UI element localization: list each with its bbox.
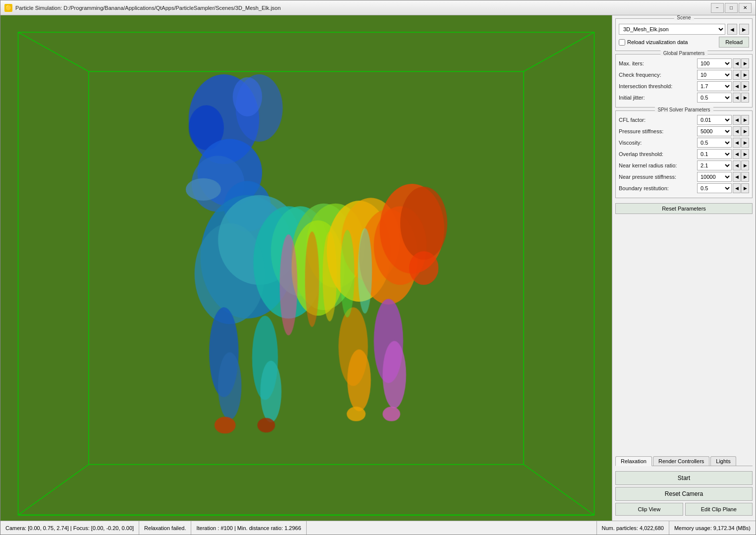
global-param-row-0: Max. iters: 100 ◀ ▶ bbox=[619, 58, 749, 68]
sph-param-next-6[interactable]: ▶ bbox=[741, 183, 749, 193]
sph-param-select-6[interactable]: 0.5 bbox=[697, 183, 732, 193]
tab-relaxation[interactable]: Relaxation bbox=[615, 456, 652, 466]
svg-point-32 bbox=[260, 361, 281, 423]
sph-param-prev-0[interactable]: ◀ bbox=[733, 115, 741, 125]
clip-view-button[interactable]: Clip View bbox=[615, 503, 683, 516]
svg-point-43 bbox=[280, 234, 298, 335]
tab-lights[interactable]: Lights bbox=[710, 456, 736, 466]
sph-param-nav-3: ◀ ▶ bbox=[733, 149, 749, 159]
svg-point-34 bbox=[347, 349, 371, 411]
global-param-select-1[interactable]: 10 bbox=[697, 70, 732, 80]
global-param-prev-0[interactable]: ◀ bbox=[733, 58, 741, 68]
global-param-select-3[interactable]: 0.5 bbox=[697, 93, 732, 103]
sph-param-prev-6[interactable]: ◀ bbox=[733, 183, 741, 193]
global-param-prev-2[interactable]: ◀ bbox=[733, 81, 741, 91]
sph-param-select-1[interactable]: 5000 bbox=[697, 126, 732, 136]
sph-param-nav-0: ◀ ▶ bbox=[733, 115, 749, 125]
svg-point-41 bbox=[409, 251, 438, 285]
sph-param-prev-3[interactable]: ◀ bbox=[733, 149, 741, 159]
global-params-title: Global Parameters bbox=[660, 51, 707, 56]
sph-param-label-3: Overlap threshold: bbox=[619, 151, 697, 157]
sph-param-prev-4[interactable]: ◀ bbox=[733, 160, 741, 170]
perspective-box bbox=[0, 15, 612, 521]
global-param-select-2[interactable]: 1.7 bbox=[697, 81, 732, 91]
sph-param-next-1[interactable]: ▶ bbox=[741, 126, 749, 136]
right-panel: Scene 3D_Mesh_Elk.json ◀ ▶ Reload vizual… bbox=[612, 15, 756, 521]
sph-param-next-5[interactable]: ▶ bbox=[741, 172, 749, 182]
status-spacer bbox=[307, 521, 597, 535]
scene-prev-button[interactable]: ◀ bbox=[727, 24, 737, 35]
sph-param-row-1: Pressure stiffness: 5000 ◀ ▶ bbox=[619, 126, 749, 136]
tab-render-controllers[interactable]: Render Controllers bbox=[653, 456, 709, 466]
bottom-actions: Start Reset Camera Clip View Edit Clip P… bbox=[615, 469, 753, 518]
sph-params-title: SPH Solver Parameters bbox=[654, 107, 713, 112]
sph-param-row-6: Boundary restitution: 0.5 ◀ ▶ bbox=[619, 183, 749, 193]
svg-point-40 bbox=[382, 407, 400, 421]
sph-param-prev-1[interactable]: ◀ bbox=[733, 126, 741, 136]
sph-param-label-6: Boundary restitution: bbox=[619, 185, 697, 191]
sph-param-select-5[interactable]: 10000 bbox=[697, 172, 732, 182]
sph-param-nav-5: ◀ ▶ bbox=[733, 172, 749, 182]
svg-point-46 bbox=[340, 230, 354, 318]
sph-param-select-0[interactable]: 0.01 bbox=[697, 115, 732, 125]
svg-point-45 bbox=[323, 231, 336, 321]
global-param-prev-1[interactable]: ◀ bbox=[733, 70, 741, 80]
scene-select-row: 3D_Mesh_Elk.json ◀ ▶ bbox=[619, 24, 749, 35]
sph-param-select-2[interactable]: 0.5 bbox=[697, 138, 732, 148]
svg-point-39 bbox=[347, 407, 366, 421]
svg-line-4 bbox=[18, 465, 89, 515]
global-param-row-2: Intersection threshold: 1.7 ◀ ▶ bbox=[619, 81, 749, 91]
global-param-select-0[interactable]: 100 bbox=[697, 58, 732, 68]
reset-camera-button[interactable]: Reset Camera bbox=[615, 487, 753, 501]
app-icon: 🟡 bbox=[4, 4, 12, 12]
reset-params-button[interactable]: Reset Parameters bbox=[615, 203, 753, 214]
sph-param-row-0: CFL factor: 0.01 ◀ ▶ bbox=[619, 115, 749, 125]
tabs-row: RelaxationRender ControllersLights bbox=[615, 456, 753, 466]
reload-checkbox-label[interactable]: Reload vizualization data bbox=[619, 39, 688, 46]
sph-param-next-3[interactable]: ▶ bbox=[741, 149, 749, 159]
minimize-button[interactable]: − bbox=[711, 3, 724, 13]
main-content: Scene 3D_Mesh_Elk.json ◀ ▶ Reload vizual… bbox=[0, 15, 756, 521]
svg-point-11 bbox=[233, 77, 262, 116]
close-button[interactable]: ✕ bbox=[739, 3, 752, 13]
start-button[interactable]: Start bbox=[615, 471, 753, 485]
svg-point-36 bbox=[382, 341, 406, 408]
sph-param-next-2[interactable]: ▶ bbox=[741, 138, 749, 148]
reload-row: Reload vizualization data Reload bbox=[619, 37, 749, 48]
global-param-label-3: Initial jitter: bbox=[619, 95, 697, 101]
viewport[interactable] bbox=[0, 15, 612, 521]
global-param-nav-0: ◀ ▶ bbox=[733, 58, 749, 68]
svg-point-30 bbox=[218, 352, 241, 420]
global-params-container: Max. iters: 100 ◀ ▶ Check frequency: 10 … bbox=[619, 58, 749, 103]
title-bar: 🟡 Particle Simulation: D:/Programming/Ba… bbox=[0, 0, 756, 15]
maximize-button[interactable]: □ bbox=[725, 3, 738, 13]
reload-button[interactable]: Reload bbox=[719, 37, 749, 48]
sph-params-section: SPH Solver Parameters CFL factor: 0.01 ◀… bbox=[615, 110, 753, 198]
sph-param-next-0[interactable]: ▶ bbox=[741, 115, 749, 125]
svg-point-37 bbox=[215, 417, 236, 433]
panel-spacer bbox=[615, 217, 753, 453]
svg-point-44 bbox=[305, 231, 319, 327]
svg-line-3 bbox=[524, 32, 594, 71]
sph-param-select-4[interactable]: 2.1 bbox=[697, 160, 732, 170]
scene-section: Scene 3D_Mesh_Elk.json ◀ ▶ Reload vizual… bbox=[615, 18, 753, 51]
scene-dropdown[interactable]: 3D_Mesh_Elk.json bbox=[619, 24, 725, 35]
edit-clip-plane-button[interactable]: Edit Clip Plane bbox=[685, 503, 753, 516]
global-param-next-1[interactable]: ▶ bbox=[741, 70, 749, 80]
global-param-next-3[interactable]: ▶ bbox=[741, 93, 749, 103]
scene-next-button[interactable]: ▶ bbox=[739, 24, 749, 35]
sph-param-prev-2[interactable]: ◀ bbox=[733, 138, 741, 148]
sph-param-prev-5[interactable]: ◀ bbox=[733, 172, 741, 182]
sph-param-row-2: Viscosity: 0.5 ◀ ▶ bbox=[619, 138, 749, 148]
svg-point-38 bbox=[258, 418, 275, 432]
sph-param-next-4[interactable]: ▶ bbox=[741, 160, 749, 170]
global-param-next-2[interactable]: ▶ bbox=[741, 81, 749, 91]
status-bar: Camera: [0.00, 0.75, 2.74] | Focus: [0.0… bbox=[0, 521, 756, 535]
svg-line-2 bbox=[18, 32, 89, 71]
global-param-prev-3[interactable]: ◀ bbox=[733, 93, 741, 103]
global-param-next-0[interactable]: ▶ bbox=[741, 58, 749, 68]
clip-row: Clip View Edit Clip Plane bbox=[615, 503, 753, 516]
sph-param-select-3[interactable]: 0.1 bbox=[697, 149, 732, 159]
global-param-nav-1: ◀ ▶ bbox=[733, 70, 749, 80]
reload-checkbox[interactable] bbox=[619, 39, 625, 46]
